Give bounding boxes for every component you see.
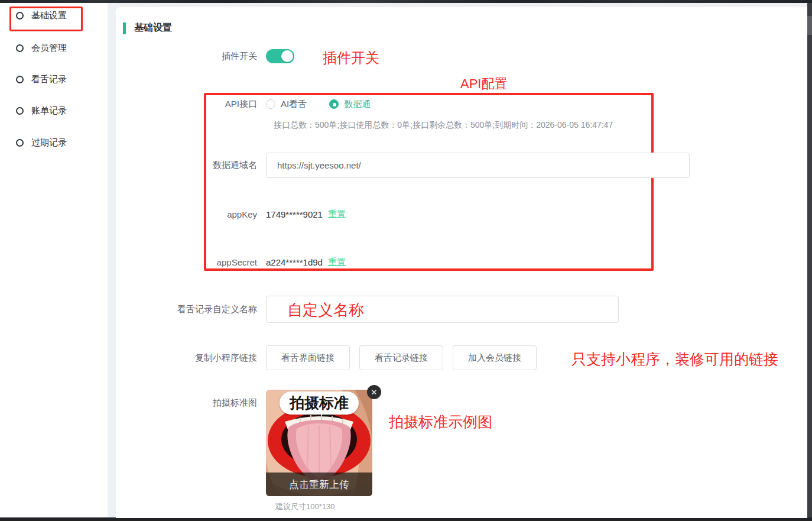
appkey-value: 1749*****9021 [266,209,323,219]
sidebar-item-label: 基础设置 [31,10,67,21]
sidebar-item-expired-records[interactable]: 过期记录 [16,136,67,149]
reupload-label: 点击重新上传 [289,478,349,491]
sidebar-item-basic-settings[interactable]: 基础设置 [16,9,67,22]
plugin-switch-label: 插件开关 [116,51,266,62]
api-interface-row: API接口 AI看舌 数据通 [116,97,393,111]
radio-selected-icon [329,99,339,109]
section-header: 基础设置 [123,22,172,34]
mini-links-label: 复制小程序链接 [116,352,266,364]
annotation-api-config: API配置 [460,75,507,93]
appsecret-value: a224*****1d9d [266,257,323,267]
api-interface-label: API接口 [116,99,266,110]
radio-ai-tongue[interactable]: AI看舌 [266,99,307,110]
photo-size-hint: 建议尺寸100*130 [275,501,334,512]
sidebar-item-label: 账单记录 [31,105,67,117]
photo-standard-badge: 拍摄标准 [280,391,359,415]
api-interface-radio-group: AI看舌 数据通 [266,99,393,110]
sidebar-item-member-management[interactable]: 会员管理 [16,41,67,54]
photo-standard-label: 拍摄标准图 [116,397,266,409]
page-title: 基础设置 [134,22,172,34]
appsecret-reset-link[interactable]: 重置 [328,257,346,268]
circle-bullet-icon [16,76,24,83]
radio-data-link[interactable]: 数据通 [329,99,371,110]
domain-row: 数据通域名 [116,153,690,178]
section-accent-bar [123,22,126,34]
tongue-record-link-button[interactable]: 看舌记录链接 [359,345,443,370]
scrollbar-track[interactable] [807,3,812,521]
close-icon[interactable]: ✕ [367,385,381,399]
sidebar-item-tongue-records[interactable]: 看舌记录 [16,73,67,86]
domain-label: 数据通域名 [116,160,266,171]
custom-name-input[interactable] [266,296,619,323]
circle-bullet-icon [16,12,24,20]
tongue-ui-link-button[interactable]: 看舌界面链接 [266,345,350,370]
reupload-overlay[interactable]: 点击重新上传 [266,473,372,496]
radio-label: 数据通 [344,99,371,110]
browser-top-edge [0,0,812,3]
toggle-knob-icon [281,50,293,62]
custom-name-label: 看舌记录自定义名称 [116,304,266,315]
photo-standard-row: 拍摄标准图 拍摄标准 [116,390,372,496]
scrollbar-thumb[interactable] [807,16,812,35]
api-quota-info: 接口总数：500单;接口使用总数：0单;接口剩余总数：500单;到期时间：202… [274,120,613,131]
circle-bullet-icon [16,44,24,52]
join-member-link-button[interactable]: 加入会员链接 [453,345,537,370]
radio-unselected-icon [266,99,275,109]
sidebar-item-label: 看舌记录 [31,74,67,85]
custom-name-row: 看舌记录自定义名称 [116,296,619,323]
appkey-label: appKey [116,209,266,219]
settings-sidebar: 基础设置 会员管理 看舌记录 账单记录 过期记录 [0,3,108,517]
mini-links-row: 复制小程序链接 看舌界面链接 看舌记录链接 加入会员链接 [116,345,546,370]
appkey-row: appKey 1749*****9021 重置 [116,207,346,221]
sidebar-item-label: 过期记录 [31,137,67,148]
appsecret-row: appSecret a224*****1d9d 重置 [116,255,346,269]
annotation-mini-links: 只支持小程序，装修可用的链接 [571,350,778,369]
circle-bullet-icon [16,139,24,147]
radio-label: AI看舌 [281,99,307,110]
appsecret-label: appSecret [116,257,266,267]
plugin-switch-row: 插件开关 [116,49,294,63]
sidebar-item-billing-records[interactable]: 账单记录 [16,104,67,117]
appkey-reset-link[interactable]: 重置 [328,209,346,220]
domain-input[interactable] [266,153,690,178]
sidebar-item-label: 会员管理 [31,43,67,54]
annotation-plugin-switch: 插件开关 [323,48,379,67]
basic-settings-panel: 基础设置 插件开关 插件开关 API配置 API接口 AI看舌 数据通 接口总数… [116,7,807,518]
photo-standard-uploader[interactable]: 拍摄标准 点击重新上传 ✕ [266,390,372,496]
circle-bullet-icon [16,107,24,115]
annotation-photo-standard: 拍摄标准示例图 [389,412,492,432]
plugin-switch-toggle[interactable] [266,49,294,63]
